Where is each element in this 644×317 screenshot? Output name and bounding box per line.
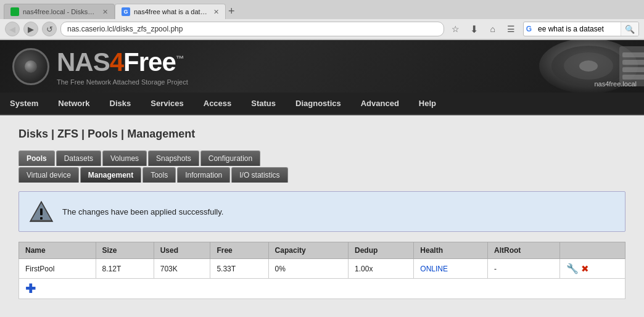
svg-rect-13	[40, 217, 43, 220]
cell-name: FirstPool	[19, 259, 96, 279]
home-icon[interactable]: ⌂	[485, 22, 501, 36]
cell-used: 703K	[154, 259, 210, 279]
cell-dedup: 1.00x	[349, 259, 414, 279]
browser-chrome: nas4free.local - Disks | ZFS... ✕ G nas4…	[0, 0, 644, 40]
table-header-row: Name Size Used Free Capacity Dedup Healt…	[19, 242, 625, 259]
cell-actions: 🔧 ✖	[560, 259, 625, 279]
col-altroot: AltRoot	[488, 242, 560, 259]
svg-rect-8	[622, 67, 644, 72]
col-name: Name	[19, 242, 96, 259]
address-bar-row: ◀ ▶ ↺ ☆ ⬇ ⌂ ☰ G 🔍	[0, 19, 644, 39]
nav-item-diagnostics[interactable]: Diagnostics	[286, 93, 351, 114]
search-input[interactable]	[534, 25, 621, 33]
tab-snapshots[interactable]: Snapshots	[148, 150, 199, 166]
edit-button[interactable]: 🔧	[566, 263, 579, 274]
logo-circle-inner	[25, 60, 37, 73]
tab-tools[interactable]: Tools	[142, 167, 176, 183]
table-row: FirstPool 8.12T 703K 5.33T 0% 1.00x ONLI…	[19, 259, 625, 279]
tab-management[interactable]: Management	[80, 167, 141, 183]
logo-tm: ™	[176, 54, 184, 64]
svg-point-0	[12, 9, 17, 14]
tab-volumes[interactable]: Volumes	[102, 150, 147, 166]
nas-tagline: The Free Network Attached Storage Projec…	[57, 78, 188, 86]
cell-capacity: 0%	[268, 259, 348, 279]
tab-pools[interactable]: Pools	[19, 150, 55, 166]
svg-rect-12	[40, 208, 43, 215]
tab-datasets[interactable]: Datasets	[56, 150, 101, 166]
nav-item-help[interactable]: Help	[409, 93, 446, 114]
alert-box: The changes have been applied successful…	[19, 191, 625, 232]
nas-hostname: nas4free.local	[595, 80, 637, 88]
bookmark-icon[interactable]: ☆	[448, 22, 464, 36]
cell-size: 8.12T	[96, 259, 154, 279]
cell-health: ONLINE	[414, 259, 488, 279]
page-content: Disks | ZFS | Pools | Management Pools D…	[0, 115, 644, 317]
breadcrumb: Disks | ZFS | Pools | Management	[19, 128, 625, 141]
logo-four: 4	[110, 47, 123, 76]
svg-rect-6	[622, 52, 644, 57]
row-actions: 🔧 ✖	[566, 263, 619, 274]
nav-item-status[interactable]: Status	[241, 93, 286, 114]
col-size: Size	[96, 242, 154, 259]
address-input[interactable]	[60, 22, 444, 36]
svg-rect-7	[622, 60, 644, 65]
tabs-row-2: Virtual device Management Tools Informat…	[19, 167, 625, 183]
nav-item-services[interactable]: Services	[141, 93, 194, 114]
search-box: G 🔍	[523, 22, 639, 36]
col-capacity: Capacity	[268, 242, 348, 259]
logo-free: Free	[123, 47, 176, 76]
nav-item-disks[interactable]: Disks	[100, 93, 141, 114]
col-actions	[560, 242, 625, 259]
tab-favicon-1	[10, 7, 19, 16]
tab-configuration[interactable]: Configuration	[200, 150, 260, 166]
tabs-row-1: Pools Datasets Volumes Snapshots Configu…	[19, 150, 625, 166]
browser-tab-1[interactable]: nas4free.local - Disks | ZFS... ✕	[4, 4, 115, 19]
search-submit-button[interactable]: 🔍	[621, 22, 638, 36]
download-icon[interactable]: ⬇	[466, 22, 482, 36]
svg-rect-9	[622, 75, 644, 80]
add-tab-button[interactable]: +	[228, 6, 235, 19]
tab-close-1[interactable]: ✕	[102, 8, 108, 16]
logo-nas: NAS	[57, 47, 110, 76]
nav-menu: System Network Disks Services Access Sta…	[0, 93, 644, 115]
tab-bar: nas4free.local - Disks | ZFS... ✕ G nas4…	[0, 0, 644, 19]
add-pool-button[interactable]: ✚	[25, 282, 36, 295]
logo-circle	[12, 48, 49, 85]
nav-item-advanced[interactable]: Advanced	[351, 93, 409, 114]
tab-close-2[interactable]: ✕	[213, 8, 219, 16]
nas-logo-area: NAS4Free™ The Free Network Attached Stor…	[57, 47, 188, 86]
browser-tab-2[interactable]: G nas4free what is a dataset ... ✕	[115, 4, 226, 19]
col-dedup: Dedup	[349, 242, 414, 259]
col-used: Used	[154, 242, 210, 259]
cell-free: 5.33T	[210, 259, 268, 279]
alert-message: The changes have been applied successful…	[62, 207, 223, 216]
toolbar-icons: ☆ ⬇ ⌂ ☰	[448, 22, 519, 36]
refresh-button[interactable]: ↺	[42, 22, 57, 36]
menu-icon[interactable]: ☰	[503, 22, 519, 36]
tab-io-statistics[interactable]: I/O statistics	[231, 167, 287, 183]
col-free: Free	[210, 242, 268, 259]
col-health: Health	[414, 242, 488, 259]
alert-icon	[29, 199, 54, 224]
nav-item-system[interactable]: System	[0, 93, 48, 114]
nas-logo-text: NAS4Free™	[57, 47, 188, 77]
tab-favicon-2: G	[122, 7, 130, 16]
pools-table: Name Size Used Free Capacity Dedup Healt…	[19, 242, 625, 299]
nav-item-access[interactable]: Access	[194, 93, 242, 114]
tab-label-2: nas4free what is a dataset ...	[134, 8, 207, 15]
cell-altroot: -	[488, 259, 560, 279]
tab-information[interactable]: Information	[177, 167, 230, 183]
health-link[interactable]: ONLINE	[420, 265, 448, 273]
delete-button[interactable]: ✖	[581, 263, 589, 274]
tab-virtual-device[interactable]: Virtual device	[19, 167, 79, 183]
svg-point-4	[579, 60, 598, 72]
back-button[interactable]: ◀	[5, 22, 20, 36]
tab-label-1: nas4free.local - Disks | ZFS...	[23, 8, 96, 15]
nas-header: NAS4Free™ The Free Network Attached Stor…	[0, 40, 644, 93]
nav-item-network[interactable]: Network	[48, 93, 99, 114]
table-add-row: ✚	[19, 279, 625, 299]
forward-button[interactable]: ▶	[23, 22, 38, 36]
